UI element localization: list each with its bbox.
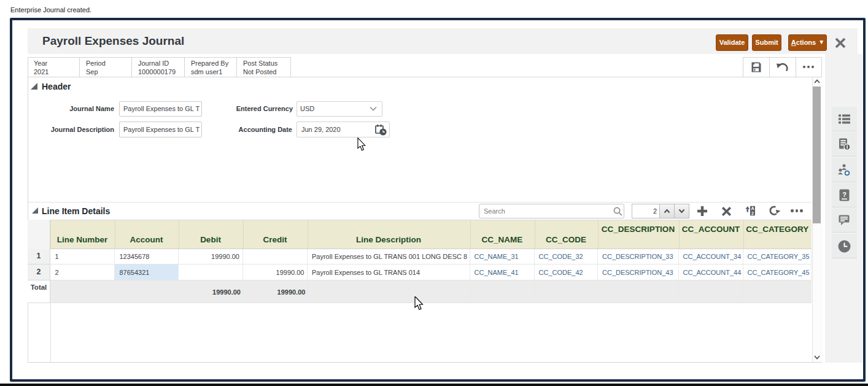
svg-text:?: ? xyxy=(842,190,847,198)
svg-text:2: 2 xyxy=(751,210,754,216)
